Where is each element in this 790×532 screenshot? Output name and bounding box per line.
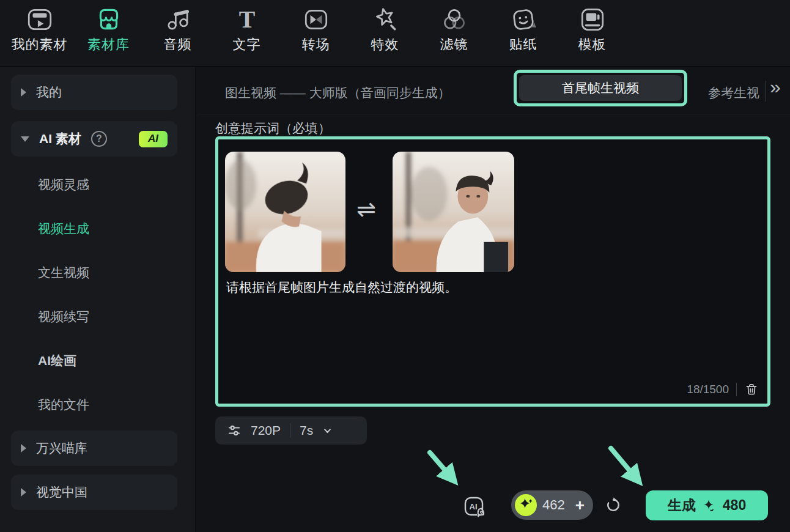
- sidebar-group-wondershare-store[interactable]: 万兴喵库: [11, 430, 177, 466]
- templates-icon: [578, 6, 607, 34]
- sidebar-group-vcg[interactable]: 视觉中国: [11, 475, 177, 510]
- generate-button[interactable]: 生成 480: [646, 490, 768, 520]
- sidebar-group-label: 视觉中国: [36, 484, 87, 501]
- text-icon: T: [233, 6, 261, 34]
- swap-frames-icon[interactable]: ⇌: [356, 196, 376, 223]
- coin-icon: [515, 494, 537, 516]
- sidebar-group-mine[interactable]: 我的: [11, 75, 177, 110]
- sidebar-item-video-generation[interactable]: 视频生成: [38, 220, 89, 237]
- last-frame-thumbnail: [393, 152, 514, 272]
- transition-icon: [302, 6, 330, 34]
- svg-text:AI: AI: [470, 502, 478, 511]
- filters-icon: [440, 6, 468, 34]
- sidebar: 我的 AI 素材 ? AI 视频灵感 视频生成 文生视频 视频续写 AI绘画 我…: [0, 67, 196, 532]
- first-frame-image[interactable]: [225, 152, 345, 272]
- toolbar-item-stickers[interactable]: 贴纸: [493, 6, 553, 54]
- audio-icon: [164, 6, 192, 34]
- generate-label: 生成: [668, 496, 696, 515]
- tab-reference-to-video[interactable]: 参考生视: [708, 84, 766, 102]
- toolbar-item-my-media[interactable]: 我的素材: [10, 6, 69, 54]
- tab-first-last-frame-to-video[interactable]: 首尾帧生视频: [519, 75, 682, 101]
- stock-store-icon: [95, 6, 123, 34]
- trash-icon[interactable]: [744, 382, 759, 397]
- effects-icon: [371, 6, 399, 34]
- toolbar-item-audio[interactable]: 音频: [148, 6, 207, 54]
- sliders-icon: [227, 423, 242, 438]
- settings-divider: [290, 423, 290, 438]
- prompt-input-area[interactable]: ⇌: [215, 136, 770, 407]
- credits-count: 462: [542, 497, 565, 513]
- main-panel: 图生视频 —— 大师版（音画同步生成） 首尾帧生视频 参考生视 » 创意提示词（…: [196, 67, 790, 532]
- spark-icon: [702, 498, 717, 513]
- svg-text:T: T: [238, 6, 255, 33]
- ai-badge: AI: [139, 131, 168, 147]
- ai-prompt-writer-button[interactable]: AI: [460, 492, 489, 521]
- sidebar-item-ai-painting[interactable]: AI绘画: [38, 352, 76, 369]
- counter-divider: [736, 383, 737, 396]
- toolbar-label: 素材库: [87, 35, 130, 54]
- toolbar-label: 音频: [164, 35, 192, 54]
- more-tabs-chevron-icon[interactable]: »: [770, 76, 781, 98]
- prompt-text[interactable]: 请根据首尾帧图片生成自然过渡的视频。: [226, 279, 457, 296]
- top-toolbar: 我的素材 素材库 音频 T 文字: [0, 0, 790, 67]
- sidebar-group-ai-assets[interactable]: AI 素材 ? AI: [11, 121, 177, 157]
- toolbar-label: 贴纸: [509, 35, 537, 54]
- toolbar-label: 文字: [233, 35, 261, 54]
- refresh-credits-button[interactable]: [604, 496, 622, 514]
- counter-row: 18/1500: [687, 382, 759, 397]
- last-frame-image[interactable]: [393, 152, 514, 272]
- toolbar-label: 滤镜: [440, 35, 468, 54]
- toolbar-item-filters[interactable]: 滤镜: [424, 6, 484, 54]
- sidebar-group-label: 万兴喵库: [36, 440, 87, 457]
- toolbar-label: 我的素材: [12, 35, 68, 54]
- toolbar-item-stock-library[interactable]: 素材库: [79, 6, 138, 54]
- generate-cost: 480: [723, 497, 746, 514]
- toolbar-item-templates[interactable]: 模板: [563, 6, 622, 54]
- sidebar-group-label: 我的: [36, 84, 62, 101]
- toolbar-item-transition[interactable]: 转场: [286, 6, 345, 54]
- tab-row: 图生视频 —— 大师版（音画同步生成） 首尾帧生视频 参考生视 »: [196, 67, 790, 114]
- sidebar-item-video-inspiration[interactable]: 视频灵感: [38, 176, 89, 193]
- sidebar-item-my-files[interactable]: 我的文件: [38, 396, 89, 413]
- chevron-right-icon: [21, 488, 26, 497]
- chevron-down-icon: [322, 426, 333, 436]
- toolbar-label: 特效: [371, 35, 399, 54]
- toolbar-item-text[interactable]: T 文字: [217, 6, 276, 54]
- help-icon[interactable]: ?: [91, 131, 107, 147]
- resolution-value: 720P: [251, 423, 281, 438]
- app-window: 我的素材 素材库 音频 T 文字: [0, 0, 790, 532]
- sidebar-item-text-to-video[interactable]: 文生视频: [38, 264, 89, 281]
- chevron-right-icon: [21, 88, 26, 97]
- prompt-label: 创意提示词（必填）: [215, 120, 331, 137]
- annotation-highlight-box: 首尾帧生视频: [514, 70, 687, 106]
- credits-balance-pill[interactable]: 462 +: [511, 490, 593, 520]
- first-frame-thumbnail: [225, 152, 345, 272]
- toolbar-item-effects[interactable]: 特效: [355, 6, 415, 54]
- chevron-right-icon: [21, 444, 26, 453]
- sidebar-item-video-extend[interactable]: 视频续写: [38, 308, 89, 325]
- toolbar-label: 模板: [578, 35, 607, 54]
- add-credits-button[interactable]: +: [575, 496, 585, 515]
- duration-value: 7s: [300, 423, 313, 438]
- sidebar-group-label: AI 素材: [39, 130, 81, 147]
- stickers-icon: [509, 6, 537, 34]
- tab-divider: [766, 81, 766, 102]
- tab-image-to-video-master[interactable]: 图生视频 —— 大师版（音画同步生成）: [225, 84, 451, 102]
- char-count: 18/1500: [687, 383, 729, 396]
- video-settings-dropdown[interactable]: 720P 7s: [215, 416, 367, 445]
- my-media-icon: [26, 6, 54, 34]
- chevron-down-icon: [21, 136, 29, 142]
- toolbar-label: 转场: [302, 35, 330, 54]
